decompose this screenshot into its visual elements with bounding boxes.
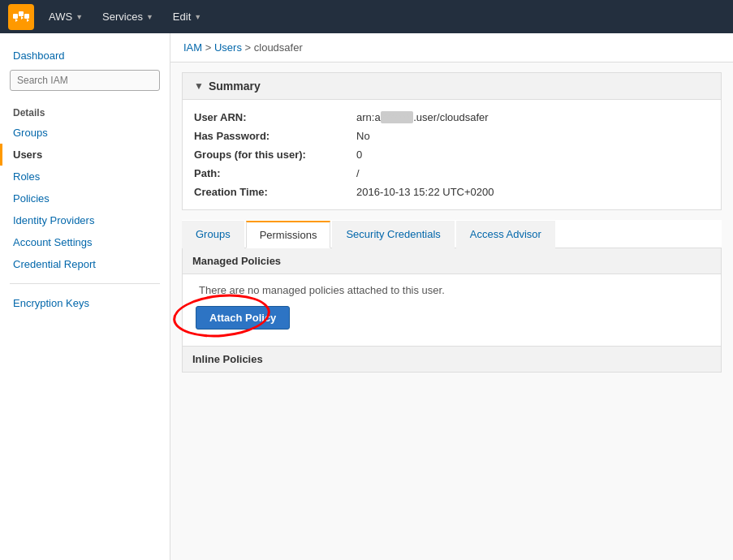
inline-policies-header: Inline Policies <box>183 346 721 372</box>
summary-title: Summary <box>209 80 261 93</box>
summary-row-path: Path: / <box>194 164 709 183</box>
sidebar-item-credential-report[interactable]: Credential Report <box>0 253 170 275</box>
summary-label-password: Has Password: <box>194 130 356 142</box>
tab-security-credentials[interactable]: Security Credentials <box>332 221 454 248</box>
svg-marker-5 <box>27 19 29 22</box>
svg-rect-0 <box>13 14 18 19</box>
search-input[interactable] <box>10 70 160 91</box>
managed-policies-header: Managed Policies <box>183 248 721 274</box>
breadcrumb-current: cloudsafer <box>254 41 303 54</box>
summary-row-password: Has Password: No <box>194 127 709 145</box>
breadcrumb-sep1: > <box>205 41 214 54</box>
summary-value-arn: arn:a********.user/cloudsafer <box>356 111 489 123</box>
top-navigation: AWS ▼ Services ▼ Edit ▼ <box>0 0 733 33</box>
sidebar-section-details: Details <box>0 102 170 122</box>
svg-rect-1 <box>19 11 24 16</box>
sidebar-item-identity-providers[interactable]: Identity Providers <box>0 209 170 231</box>
svg-rect-2 <box>24 14 29 19</box>
aws-caret-icon: ▼ <box>75 13 83 21</box>
sidebar-divider <box>10 283 160 284</box>
nav-edit[interactable]: Edit ▼ <box>165 6 209 28</box>
summary-label-creation: Creation Time: <box>194 186 356 198</box>
sidebar-item-encryption-keys[interactable]: Encryption Keys <box>0 292 170 314</box>
edit-caret-icon: ▼ <box>194 13 201 21</box>
sidebar-item-users[interactable]: Users <box>0 144 170 166</box>
summary-label-arn: User ARN: <box>194 111 356 123</box>
breadcrumb-sep2: > <box>245 41 254 54</box>
no-policies-text: There are no managed policies attached t… <box>196 284 708 296</box>
summary-label-path: Path: <box>194 167 356 179</box>
sidebar-search-container <box>10 70 160 91</box>
breadcrumb: IAM > Users > cloudsafer <box>170 33 733 62</box>
sidebar-item-dashboard[interactable]: Dashboard <box>0 45 170 70</box>
svg-marker-3 <box>15 19 18 22</box>
sidebar-item-groups[interactable]: Groups <box>0 122 170 144</box>
tab-groups[interactable]: Groups <box>182 221 244 248</box>
sidebar-item-policies[interactable]: Policies <box>0 187 170 209</box>
tabs-container: Groups Permissions Security Credentials … <box>182 220 722 248</box>
summary-value-path: / <box>356 167 360 179</box>
svg-marker-4 <box>21 16 24 19</box>
breadcrumb-iam[interactable]: IAM <box>183 41 202 54</box>
summary-section: ▼ Summary User ARN: arn:a********.user/c… <box>182 72 722 210</box>
main-layout: Dashboard Details Groups Users Roles Pol… <box>0 33 733 560</box>
summary-collapse-icon[interactable]: ▼ <box>194 80 204 92</box>
summary-row-creation: Creation Time: 2016-10-13 15:22 UTC+0200 <box>194 183 709 201</box>
attach-policy-button[interactable]: Attach Policy <box>196 306 290 330</box>
nav-aws[interactable]: AWS ▼ <box>41 6 91 28</box>
sidebar-item-account-settings[interactable]: Account Settings <box>0 231 170 253</box>
nav-services[interactable]: Services ▼ <box>94 6 162 28</box>
aws-logo[interactable] <box>8 4 34 30</box>
summary-row-arn: User ARN: arn:a********.user/cloudsafer <box>194 108 709 127</box>
permissions-panel: Managed Policies There are no managed po… <box>182 248 722 373</box>
main-content: IAM > Users > cloudsafer ▼ Summary User … <box>170 33 733 560</box>
tab-permissions[interactable]: Permissions <box>246 221 331 248</box>
summary-label-groups: Groups (for this user): <box>194 149 356 161</box>
summary-table: User ARN: arn:a********.user/cloudsafer … <box>183 100 721 209</box>
summary-value-password: No <box>356 130 370 142</box>
sidebar-item-roles[interactable]: Roles <box>0 166 170 187</box>
attach-policy-wrapper: Attach Policy <box>196 306 290 330</box>
tab-access-advisor[interactable]: Access Advisor <box>456 221 555 248</box>
sidebar: Dashboard Details Groups Users Roles Pol… <box>0 33 170 560</box>
breadcrumb-users[interactable]: Users <box>214 41 242 54</box>
summary-value-groups: 0 <box>356 149 362 161</box>
summary-header: ▼ Summary <box>183 73 721 100</box>
summary-value-creation: 2016-10-13 15:22 UTC+0200 <box>356 186 494 198</box>
summary-row-groups: Groups (for this user): 0 <box>194 145 709 164</box>
services-caret-icon: ▼ <box>146 13 153 21</box>
